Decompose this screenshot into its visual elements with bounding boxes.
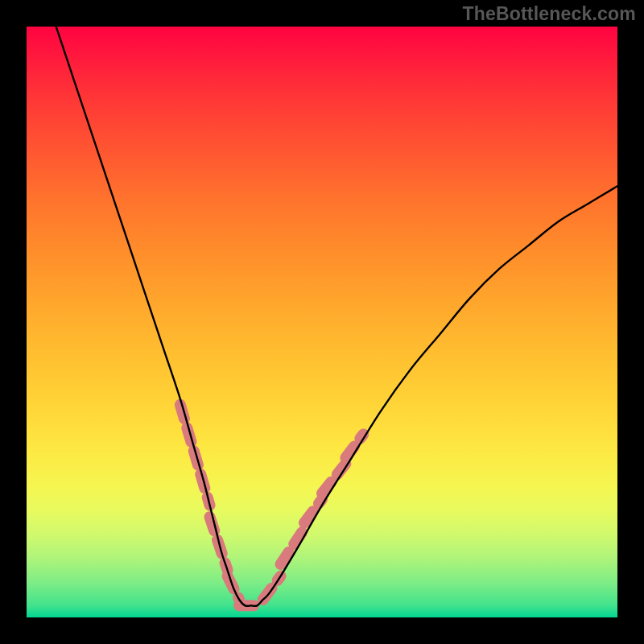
highlight-segments-group [180, 405, 364, 606]
plot-area [27, 27, 617, 617]
bottleneck-curve-svg [27, 27, 617, 617]
highlight-segment [322, 464, 345, 493]
watermark-text: TheBottleneck.com [462, 3, 636, 25]
bottleneck-curve-path [56, 27, 617, 606]
highlight-segment [281, 529, 304, 564]
chart-frame: TheBottleneck.com [0, 0, 644, 644]
